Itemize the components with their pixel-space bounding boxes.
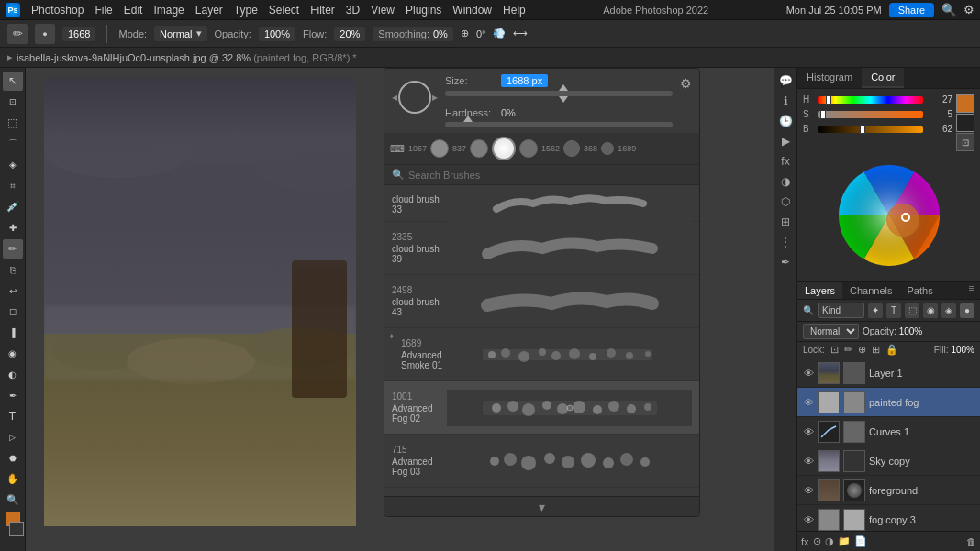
- tab-paths[interactable]: Paths: [900, 282, 941, 299]
- new-layer-icon[interactable]: 📄: [854, 535, 867, 547]
- layer-item-4[interactable]: 👁 foreground: [797, 476, 980, 505]
- airbrush-icon[interactable]: 💨: [493, 28, 506, 39]
- preset-brush-active[interactable]: [492, 137, 516, 160]
- brush-next-arrow[interactable]: ▸: [432, 91, 438, 104]
- hand-tool[interactable]: ✋: [3, 469, 23, 489]
- fill-value[interactable]: 100%: [951, 345, 974, 355]
- menu-select[interactable]: Select: [269, 4, 299, 17]
- opacity-value[interactable]: 100%: [899, 326, 923, 336]
- blend-mode-select[interactable]: Normal: [803, 324, 859, 339]
- channel-b-slider[interactable]: [818, 126, 923, 133]
- list-item[interactable]: 1001 Advanced Fog 02: [384, 381, 699, 435]
- preset-icon-0[interactable]: ⌨: [390, 143, 405, 155]
- path-tool[interactable]: ▷: [3, 428, 23, 447]
- zoom-tool[interactable]: 🔍: [3, 490, 23, 510]
- menu-window[interactable]: Window: [452, 4, 492, 17]
- styles-icon[interactable]: ⬡: [776, 193, 795, 211]
- blur-tool[interactable]: ◉: [3, 344, 23, 363]
- lock-artboard-icon[interactable]: ⊞: [872, 344, 880, 356]
- filter-kind-select[interactable]: Kind: [818, 303, 864, 318]
- preset-brush-1[interactable]: [470, 139, 488, 158]
- gradient-tool[interactable]: ▐: [3, 323, 23, 342]
- list-item[interactable]: 2335 cloud brush 39: [384, 222, 699, 275]
- tab-histogram[interactable]: Histogram: [797, 68, 862, 88]
- layer-visibility-5[interactable]: 👁: [801, 512, 816, 527]
- layer-visibility-3[interactable]: 👁: [801, 454, 816, 468]
- size-slider[interactable]: [445, 91, 673, 96]
- layers-panel-menu[interactable]: ≡: [963, 282, 980, 299]
- menu-layer[interactable]: Layer: [195, 4, 223, 17]
- lock-transparent-icon[interactable]: ⊡: [830, 344, 839, 356]
- menu-view[interactable]: View: [371, 4, 395, 17]
- layer-item-3[interactable]: 👁 Sky copy: [797, 446, 980, 476]
- flow-value[interactable]: 20%: [340, 28, 360, 39]
- paths-icon[interactable]: ✒: [776, 253, 795, 271]
- folder-icon[interactable]: 📁: [838, 535, 851, 547]
- preset-brush-4[interactable]: [601, 142, 614, 155]
- heal-tool[interactable]: ✚: [3, 218, 23, 237]
- brush-shape-icon[interactable]: ●: [35, 24, 55, 44]
- layer-item-1[interactable]: 👁 painted fog: [797, 388, 980, 417]
- fx-panel-icon[interactable]: fx: [776, 152, 795, 171]
- move-tool[interactable]: ↖: [3, 72, 23, 91]
- filter-btn-4[interactable]: ◉: [923, 303, 938, 318]
- menu-3d[interactable]: 3D: [346, 4, 360, 17]
- layer-item-2[interactable]: 👁 Curves 1: [797, 417, 980, 446]
- eraser-tool[interactable]: ◻: [3, 302, 23, 321]
- crop-tool[interactable]: ⌗: [3, 176, 23, 195]
- panel-icon[interactable]: ⊡: [956, 133, 974, 151]
- menu-type[interactable]: Type: [234, 4, 258, 17]
- search-icon[interactable]: 🔍: [941, 3, 956, 17]
- channel-s-slider[interactable]: [818, 111, 923, 118]
- marquee-tool[interactable]: ⬚: [3, 114, 23, 133]
- layer-item-5[interactable]: 👁 fog copy 3: [797, 505, 980, 531]
- shape-tool[interactable]: ⬣: [3, 448, 23, 468]
- list-item[interactable]: 2498 cloud brush 43: [384, 275, 699, 328]
- preset-brush-2[interactable]: [519, 139, 538, 158]
- size-value[interactable]: 1688 px: [501, 74, 548, 87]
- document-tab[interactable]: ▸ isabella-juskova-9aNlHjuOc0-unsplash.j…: [0, 48, 980, 68]
- filter-active-toggle[interactable]: ●: [960, 303, 974, 318]
- adjustment-icon[interactable]: ◑: [825, 535, 834, 547]
- lock-all-icon[interactable]: 🔒: [885, 344, 898, 356]
- tab-channels[interactable]: Channels: [842, 282, 899, 299]
- layer-visibility-0[interactable]: 👁: [801, 366, 816, 380]
- layers-icon[interactable]: ⊞: [776, 213, 795, 231]
- foreground-swatch[interactable]: [956, 94, 974, 113]
- fx-icon[interactable]: fx: [801, 536, 809, 547]
- brush-prev-arrow[interactable]: ◂: [392, 91, 397, 104]
- opacity-group[interactable]: 100%: [259, 27, 295, 41]
- lasso-tool[interactable]: ⌒: [3, 135, 23, 154]
- brush-tool-icon[interactable]: ✏: [7, 24, 28, 44]
- mode-value[interactable]: Normal: [160, 28, 192, 39]
- filter-btn-2[interactable]: T: [886, 303, 901, 318]
- filter-btn-3[interactable]: ⬚: [905, 303, 919, 318]
- object-tool[interactable]: ◈: [3, 155, 23, 174]
- channel-h-slider[interactable]: [818, 96, 923, 104]
- dodge-tool[interactable]: ◐: [3, 365, 23, 384]
- eyedropper-tool[interactable]: 💉: [3, 197, 23, 216]
- actions-icon[interactable]: ▶: [776, 132, 795, 150]
- menu-photoshop[interactable]: Photoshop: [31, 4, 84, 17]
- preset-brush-3[interactable]: [563, 140, 580, 157]
- lock-position-icon[interactable]: ⊕: [858, 344, 866, 356]
- tab-color[interactable]: Color: [862, 68, 904, 88]
- adjustment-panel-icon[interactable]: ◑: [776, 172, 795, 191]
- menu-edit[interactable]: Edit: [124, 4, 143, 17]
- tab-layers[interactable]: Layers: [797, 282, 842, 299]
- layer-visibility-1[interactable]: 👁: [801, 395, 816, 410]
- filter-btn-5[interactable]: ◈: [941, 303, 956, 318]
- preset-brush-0[interactable]: [430, 139, 449, 158]
- type-tool[interactable]: T: [3, 407, 23, 426]
- brush-tool[interactable]: ✏: [3, 239, 23, 259]
- menu-file[interactable]: File: [95, 4, 112, 17]
- add-mask-icon[interactable]: ⊙: [813, 535, 821, 547]
- list-item[interactable]: 715 Advanced Fog 03: [384, 435, 699, 488]
- menu-plugins[interactable]: Plugins: [406, 4, 441, 17]
- filter-btn-1[interactable]: ✦: [868, 303, 883, 318]
- list-item[interactable]: 1030 advanced fog 04: [384, 488, 699, 496]
- size-value[interactable]: 1668: [68, 28, 90, 39]
- clone-tool[interactable]: ⎘: [3, 260, 23, 280]
- list-item[interactable]: ✦ 1689 Advanced Smoke 01: [384, 328, 699, 381]
- background-swatch[interactable]: [956, 114, 974, 132]
